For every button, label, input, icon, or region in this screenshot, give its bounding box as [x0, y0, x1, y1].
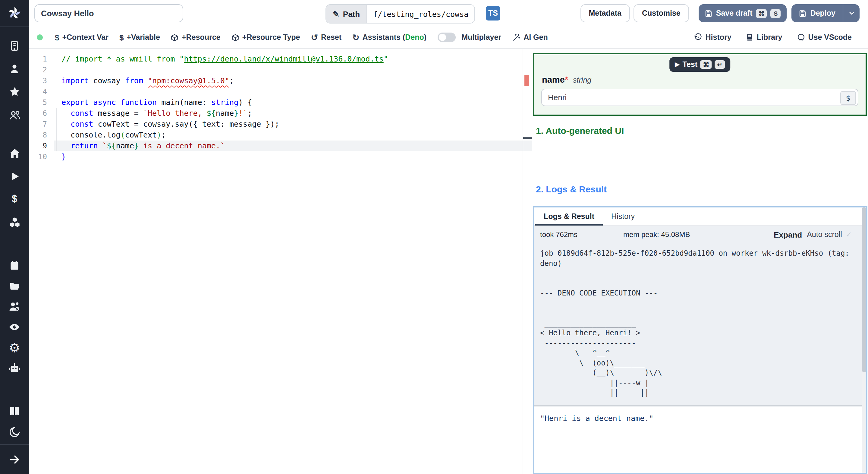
- kbd-cmd: ⌘: [756, 9, 767, 18]
- pencil-icon: ✎: [333, 9, 339, 19]
- add-context-var-button[interactable]: $ +Context Var: [55, 33, 108, 42]
- library-label: Library: [757, 33, 782, 41]
- gear-icon: ⚙: [9, 341, 20, 354]
- add-variable-button[interactable]: $ +Variable: [119, 33, 160, 42]
- multiplayer-toggle[interactable]: [437, 33, 456, 42]
- toggle-knob: [438, 34, 446, 41]
- sidebar-item-schedules[interactable]: [0, 255, 29, 275]
- chevron-down-icon: [848, 10, 855, 17]
- customise-button[interactable]: Customise: [633, 4, 689, 22]
- sidebar-item-workspace[interactable]: [0, 34, 29, 57]
- assistants-button[interactable]: ↻ Assistants (Deno): [352, 33, 427, 41]
- add-context-var-label: +Context Var: [62, 33, 108, 41]
- right-panel: ▶ Test ⌘ ↵ name* string $ 1. Auto-genera…: [532, 49, 868, 474]
- deploy-dropdown-button[interactable]: [843, 4, 860, 22]
- add-resource-label: +Resource: [182, 33, 221, 41]
- sidebar-expand-button[interactable]: [0, 445, 29, 474]
- use-vscode-button[interactable]: Use VScode: [797, 33, 852, 41]
- save-icon: [799, 9, 807, 17]
- book-icon: [746, 33, 754, 41]
- sidebar-item-favorites[interactable]: [0, 80, 29, 103]
- vscode-icon: [797, 33, 805, 41]
- tab-history[interactable]: History: [603, 207, 643, 225]
- sidebar-item-audit-logs[interactable]: [0, 317, 29, 337]
- kbd-enter: ↵: [715, 60, 725, 69]
- section-logs-result: 2. Logs & Result: [536, 184, 867, 194]
- kbd-s: S: [771, 9, 781, 18]
- indent-guide: [56, 108, 57, 151]
- sidebar-item-variables[interactable]: $: [0, 187, 29, 210]
- ai-gen-label: AI Gen: [524, 33, 548, 41]
- logs-scrollbar[interactable]: [862, 207, 866, 473]
- dark-mode-toggle[interactable]: [0, 421, 29, 442]
- windmill-logo[interactable]: [0, 0, 29, 27]
- arg-name-input[interactable]: [541, 89, 858, 106]
- scrollbar-thumb[interactable]: [862, 207, 866, 372]
- sidebar-item-user[interactable]: [0, 57, 29, 80]
- play-icon: ▶: [675, 61, 679, 67]
- user-icon: [9, 63, 20, 74]
- section-auto-generated-ui: 1. Auto-generated UI: [536, 125, 867, 136]
- sidebar-item-settings[interactable]: ⚙: [0, 337, 29, 358]
- refresh-icon: ↻: [352, 33, 359, 41]
- assistants-lang: Deno: [405, 33, 424, 41]
- home-icon: [9, 147, 20, 159]
- log-output-area[interactable]: job 0189d64f-812b-525e-f020-652bd9da1100…: [534, 244, 866, 405]
- robot-icon: [8, 362, 21, 374]
- save-draft-button[interactable]: Save draft ⌘ S: [699, 4, 787, 22]
- app-window: $: [0, 0, 868, 474]
- sidebar-item-home[interactable]: [0, 142, 29, 165]
- deploy-label: Deploy: [810, 9, 835, 18]
- test-args-panel: ▶ Test ⌘ ↵ name* string $: [533, 53, 867, 116]
- add-resource-button[interactable]: +Resource: [171, 33, 221, 41]
- tab-logs-result[interactable]: Logs & Result: [535, 207, 603, 225]
- sidebar-item-docs[interactable]: [0, 401, 29, 421]
- script-title-input[interactable]: [34, 4, 183, 22]
- test-button[interactable]: ▶ Test ⌘ ↵: [670, 57, 730, 72]
- calendar-icon: [9, 260, 20, 271]
- dollar-icon: $: [12, 193, 18, 205]
- variable-picker-button[interactable]: $: [840, 91, 856, 105]
- code-editor[interactable]: 1// import * as wmill from "https://deno…: [29, 49, 532, 474]
- history-button[interactable]: History: [694, 33, 732, 41]
- user-gear-icon: [8, 300, 21, 313]
- sidebar-item-resources[interactable]: [0, 210, 29, 233]
- sidebar-item-runs[interactable]: [0, 165, 29, 187]
- wand-icon: [512, 33, 521, 41]
- undo-icon: ↺: [311, 33, 318, 41]
- ai-gen-button[interactable]: AI Gen: [512, 33, 548, 41]
- add-variable-label: +Variable: [127, 33, 160, 41]
- reset-button[interactable]: ↺ Reset: [311, 33, 342, 41]
- dollar-icon: $: [119, 33, 124, 42]
- boxes-icon: [9, 216, 20, 228]
- sidebar-item-workers[interactable]: [0, 296, 29, 317]
- moon-icon: [9, 426, 20, 438]
- run-duration: took 762ms: [540, 230, 623, 239]
- metadata-button[interactable]: Metadata: [581, 4, 630, 22]
- history-label: History: [706, 33, 732, 41]
- path-label: Path: [343, 9, 360, 19]
- check-icon: ✓: [846, 230, 852, 239]
- add-resource-type-button[interactable]: +Resource Type: [231, 33, 300, 41]
- history-icon: [694, 33, 703, 41]
- sidebar-item-folders[interactable]: [0, 275, 29, 296]
- play-icon: [9, 171, 20, 181]
- expand-button[interactable]: Expand: [774, 230, 802, 239]
- windmill-logo-icon: [7, 5, 22, 21]
- library-button[interactable]: Library: [746, 33, 782, 41]
- sidebar: $: [0, 0, 29, 474]
- cube-icon: [171, 33, 179, 41]
- arg-name-label: name*: [542, 75, 568, 84]
- autoscroll-toggle[interactable]: Auto scroll: [807, 230, 842, 239]
- sidebar-item-ai[interactable]: [0, 358, 29, 378]
- assistants-label: Assistants (Deno): [363, 33, 427, 41]
- path-button[interactable]: ✎ Path f/testing_roles/cowsa: [326, 4, 475, 24]
- add-resource-type-label: +Resource Type: [242, 33, 300, 41]
- editor-right-border: [523, 49, 523, 474]
- logs-tabs: Logs & Result History: [534, 207, 866, 226]
- sidebar-item-groups[interactable]: [0, 103, 29, 126]
- deploy-button[interactable]: Deploy: [792, 4, 843, 22]
- users-icon: [9, 109, 20, 120]
- result-area[interactable]: "Henri is a decent name.": [534, 405, 866, 473]
- cube-icon: [231, 33, 239, 41]
